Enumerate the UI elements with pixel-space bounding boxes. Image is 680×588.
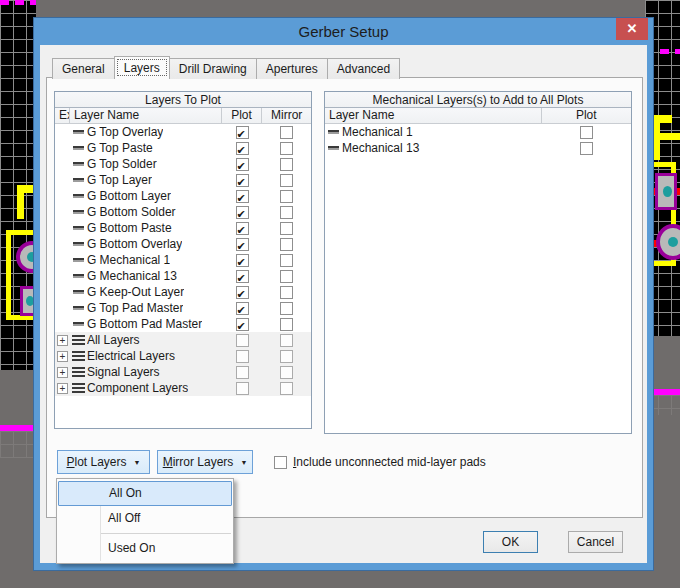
- table-row[interactable]: G Bottom Pad Master: [55, 316, 311, 332]
- mirror-checkbox[interactable]: [280, 126, 293, 139]
- include-mid-layer-pads-checkbox[interactable]: Include unconnected mid-layer pads: [274, 455, 486, 469]
- table-row[interactable]: +Electrical Layers: [55, 348, 311, 364]
- expand-plus-icon[interactable]: +: [57, 351, 68, 362]
- tab-general[interactable]: General: [52, 58, 115, 79]
- plot-checkbox[interactable]: [236, 126, 249, 139]
- plot-checkbox[interactable]: [236, 334, 249, 347]
- plot-cell: [222, 284, 263, 300]
- include-mid-layer-pads-label: Include unconnected mid-layer pads: [293, 455, 486, 469]
- plot-checkbox[interactable]: [236, 382, 249, 395]
- mirror-checkbox[interactable]: [280, 174, 293, 187]
- tab-layers[interactable]: Layers: [114, 56, 170, 79]
- cancel-button[interactable]: Cancel: [568, 531, 623, 553]
- ok-button[interactable]: OK: [483, 531, 538, 553]
- expand-plus-icon[interactable]: +: [57, 383, 68, 394]
- column-header[interactable]: Mirror: [262, 108, 311, 123]
- menu-item-all-off[interactable]: All Off: [57, 506, 233, 531]
- plot-checkbox[interactable]: [236, 302, 249, 315]
- mirror-checkbox[interactable]: [280, 334, 293, 347]
- mirror-checkbox[interactable]: [280, 206, 293, 219]
- tab-advanced[interactable]: Advanced: [327, 58, 400, 79]
- plot-checkbox[interactable]: [236, 270, 249, 283]
- mirror-checkbox[interactable]: [280, 270, 293, 283]
- table-row[interactable]: G Bottom Paste: [55, 220, 311, 236]
- plot-checkbox[interactable]: [236, 174, 249, 187]
- mirror-checkbox[interactable]: [280, 190, 293, 203]
- mirror-checkbox[interactable]: [280, 382, 293, 395]
- mirror-checkbox[interactable]: [280, 238, 293, 251]
- plot-checkbox[interactable]: [236, 254, 249, 267]
- table-row[interactable]: G Mechanical 1: [55, 252, 311, 268]
- plot-checkbox[interactable]: [236, 318, 249, 331]
- plot-checkbox[interactable]: [236, 366, 249, 379]
- plot-checkbox[interactable]: [580, 142, 593, 155]
- table-row[interactable]: G Top Pad Master: [55, 300, 311, 316]
- plot-checkbox[interactable]: [236, 206, 249, 219]
- menu-item-all-on[interactable]: All On: [58, 481, 232, 506]
- tab-apertures[interactable]: Apertures: [256, 58, 328, 79]
- table-row[interactable]: Mechanical 13: [325, 140, 631, 156]
- table-row[interactable]: G Top Layer: [55, 172, 311, 188]
- column-header[interactable]: Layer Name: [70, 108, 222, 123]
- table-row[interactable]: +Signal Layers: [55, 364, 311, 380]
- checkbox[interactable]: [274, 456, 287, 469]
- close-button[interactable]: ✕: [616, 18, 648, 40]
- mirror-checkbox[interactable]: [280, 318, 293, 331]
- layer-name-cell: Mechanical 13: [325, 140, 542, 156]
- expand-cell: [55, 140, 70, 156]
- dialog-titlebar[interactable]: Gerber Setup ✕: [34, 18, 653, 45]
- table-row[interactable]: G Bottom Layer: [55, 188, 311, 204]
- plot-cell: [222, 220, 263, 236]
- tab-drill-drawing[interactable]: Drill Drawing: [169, 58, 257, 79]
- layer-name-cell: Signal Layers: [70, 364, 222, 380]
- table-row[interactable]: G Keep-Out Layer: [55, 284, 311, 300]
- table-row[interactable]: G Top Paste: [55, 140, 311, 156]
- table-row[interactable]: G Bottom Solder: [55, 204, 311, 220]
- mirror-checkbox[interactable]: [280, 254, 293, 267]
- column-header[interactable]: Plot: [222, 108, 263, 123]
- plot-checkbox[interactable]: [236, 238, 249, 251]
- plot-checkbox[interactable]: [236, 142, 249, 155]
- plot-checkbox[interactable]: [236, 350, 249, 363]
- layer-icon: [73, 290, 84, 294]
- layer-icon: [73, 242, 84, 246]
- table-row[interactable]: G Top Solder: [55, 156, 311, 172]
- plot-cell: [222, 364, 263, 380]
- pcb-board-outline-top-left: [0, 0, 36, 5]
- expand-cell: +: [55, 364, 70, 380]
- plot-layers-button[interactable]: Plot Layers ▼: [57, 450, 150, 474]
- table-row[interactable]: +Component Layers: [55, 380, 311, 396]
- table-row[interactable]: +All Layers: [55, 332, 311, 348]
- plot-checkbox[interactable]: [236, 190, 249, 203]
- table-row[interactable]: G Bottom Overlay: [55, 236, 311, 252]
- table-row[interactable]: G Top Overlay: [55, 124, 311, 140]
- table-row[interactable]: Mechanical 1: [325, 124, 631, 140]
- mirror-cell: [262, 252, 311, 268]
- mirror-layers-button[interactable]: Mirror Layers ▼: [157, 450, 253, 474]
- expand-plus-icon[interactable]: +: [57, 367, 68, 378]
- column-header[interactable]: Plot: [542, 108, 631, 123]
- expand-cell: [55, 220, 70, 236]
- mirror-checkbox[interactable]: [280, 366, 293, 379]
- plot-checkbox[interactable]: [236, 158, 249, 171]
- column-header[interactable]: Layer Name: [325, 108, 542, 123]
- plot-checkbox[interactable]: [236, 222, 249, 235]
- mirror-checkbox[interactable]: [280, 222, 293, 235]
- plot-checkbox[interactable]: [580, 126, 593, 139]
- expand-plus-icon[interactable]: +: [57, 335, 68, 346]
- plot-checkbox[interactable]: [236, 286, 249, 299]
- mirror-checkbox[interactable]: [280, 286, 293, 299]
- plot-cell: [222, 268, 263, 284]
- table-row[interactable]: G Mechanical 13: [55, 268, 311, 284]
- mirror-checkbox[interactable]: [280, 158, 293, 171]
- column-header[interactable]: Ex...: [55, 108, 70, 123]
- mirror-checkbox[interactable]: [280, 302, 293, 315]
- mirror-checkbox[interactable]: [280, 142, 293, 155]
- mirror-checkbox[interactable]: [280, 350, 293, 363]
- plot-cell: [222, 236, 263, 252]
- plot-layers-menu: All OnAll OffUsed On: [56, 478, 234, 564]
- layer-name: G Top Layer: [87, 172, 152, 188]
- menu-item-used-on[interactable]: Used On: [57, 536, 233, 561]
- layer-name: Component Layers: [87, 380, 188, 396]
- layer-icon: [73, 130, 84, 134]
